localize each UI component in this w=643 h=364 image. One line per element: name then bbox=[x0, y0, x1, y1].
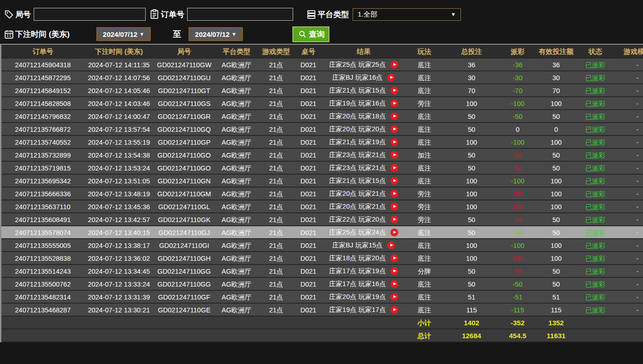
table-row[interactable]: 240712145796832 2024-07-12 14:00:47 GD02… bbox=[1, 110, 643, 123]
cell-valid-bet: 51 bbox=[536, 291, 576, 304]
cell-payout: 50 bbox=[499, 162, 536, 175]
table-row[interactable]: 240712135732899 2024-07-12 13:54:38 GD02… bbox=[1, 149, 643, 162]
play-icon[interactable]: ▶ bbox=[390, 229, 398, 236]
play-icon[interactable]: ▶ bbox=[390, 203, 398, 211]
cell-bet-time: 2024-07-12 13:34:45 bbox=[84, 265, 153, 278]
play-icon[interactable]: ▶ bbox=[390, 216, 398, 223]
play-icon[interactable]: ▶ bbox=[390, 100, 398, 107]
query-button[interactable]: 查询 bbox=[293, 27, 329, 42]
play-icon[interactable]: ▶ bbox=[390, 254, 398, 262]
cell-payout: -100 bbox=[499, 136, 536, 149]
cell-game-type: 21点 bbox=[258, 59, 294, 71]
cell-payout: -100 bbox=[499, 97, 536, 110]
cell-platform: AG欧洲厅 bbox=[215, 162, 258, 175]
play-icon[interactable]: ▶ bbox=[390, 151, 398, 159]
play-icon[interactable]: ▶ bbox=[390, 293, 398, 301]
cell-valid-bet: 115 bbox=[536, 304, 576, 317]
cell-status: 已派彩 bbox=[576, 265, 614, 278]
table-row[interactable]: 240712135666336 2024-07-12 13:48:19 GD02… bbox=[1, 188, 643, 200]
order-no-input[interactable] bbox=[187, 8, 293, 21]
table-row[interactable]: 240712135555005 2024-07-12 13:38:17 GD02… bbox=[1, 239, 643, 252]
cell-status: 已派彩 bbox=[576, 110, 614, 123]
date-to-select[interactable]: 2024/07/12 ▼ bbox=[189, 27, 243, 41]
result-text: 庄家18点 玩家20点 bbox=[329, 252, 386, 264]
col-table-no: 桌号 bbox=[294, 45, 323, 59]
table-row[interactable]: 240712135578074 2024-07-12 13:40:15 GD02… bbox=[1, 226, 643, 239]
play-icon[interactable]: ▶ bbox=[390, 125, 398, 133]
total-bet: 12684 bbox=[444, 329, 499, 342]
table-row[interactable]: 240712135695342 2024-07-12 13:51:05 GD02… bbox=[1, 175, 643, 188]
table-row[interactable]: 240712135528838 2024-07-12 13:36:02 GD02… bbox=[1, 252, 643, 265]
cell-method: 旁注 bbox=[405, 188, 444, 200]
table-row[interactable]: 240712135514243 2024-07-12 13:34:45 GD02… bbox=[1, 265, 643, 278]
cell-table-no: D021 bbox=[294, 213, 323, 226]
table-row[interactable]: 240712135500762 2024-07-12 13:33:24 GD02… bbox=[1, 278, 643, 291]
query-button-label: 查询 bbox=[309, 29, 324, 40]
play-icon[interactable]: ▶ bbox=[390, 267, 398, 275]
cell-bet-time: 2024-07-12 13:36:02 bbox=[84, 252, 153, 265]
cell-game-no: GD021247110GE bbox=[153, 304, 215, 317]
cell-game-mode: - bbox=[614, 59, 643, 71]
bet-records-table: 订单号 下注时间 (美东) 局号 平台类型 游戏类型 桌号 结果 玩法 总投注 … bbox=[0, 44, 643, 342]
cell-table-no: D021 bbox=[294, 97, 323, 110]
cell-bet-total: 51 bbox=[444, 291, 499, 304]
result-text: 庄家20点 玩家19点 bbox=[329, 291, 386, 303]
cell-result: 庄家20点 玩家20点 ▶ bbox=[323, 123, 405, 136]
platform-type-select[interactable]: 1.全部 ▼ bbox=[353, 8, 461, 21]
cell-order-no: 240712135500762 bbox=[1, 278, 84, 291]
play-icon[interactable]: ▶ bbox=[390, 112, 398, 120]
cell-bet-time: 2024-07-12 14:05:46 bbox=[84, 84, 153, 97]
cell-order-no: 240712135528838 bbox=[1, 252, 84, 265]
cell-table-no: D021 bbox=[294, 226, 323, 239]
cell-game-mode: - bbox=[614, 200, 643, 213]
cell-status: 已派彩 bbox=[576, 304, 614, 317]
cell-status: 已派彩 bbox=[576, 149, 614, 162]
cell-method: 底注 bbox=[405, 136, 444, 149]
cell-result: 庄家18点 玩家20点 ▶ bbox=[323, 252, 405, 265]
cell-payout: 50 bbox=[499, 265, 536, 278]
cell-result: 庄家19点 玩家16点 ▶ bbox=[323, 97, 405, 110]
cell-order-no: 240712135608491 bbox=[1, 213, 84, 226]
cell-bet-time: 2024-07-12 13:45:36 bbox=[84, 200, 153, 213]
cell-game-type: 21点 bbox=[258, 175, 294, 188]
play-icon[interactable]: ▶ bbox=[390, 190, 398, 198]
play-icon[interactable]: ▶ bbox=[390, 61, 398, 69]
table-row[interactable]: 240712135719815 2024-07-12 13:53:24 GD02… bbox=[1, 162, 643, 175]
chevron-down-icon: ▼ bbox=[451, 12, 456, 17]
col-bet-time: 下注时间 (美东) bbox=[84, 45, 153, 59]
play-icon[interactable]: ▶ bbox=[387, 74, 395, 82]
play-icon[interactable]: ▶ bbox=[390, 164, 398, 172]
table-row[interactable]: 240712135608491 2024-07-12 13:42:57 GD02… bbox=[1, 213, 643, 226]
cell-bet-time: 2024-07-12 13:48:19 bbox=[84, 188, 153, 200]
cell-platform: AG欧洲厅 bbox=[215, 136, 258, 149]
col-result: 结果 bbox=[323, 45, 405, 59]
play-icon[interactable]: ▶ bbox=[390, 177, 398, 185]
cell-payout: -30 bbox=[499, 71, 536, 84]
table-row[interactable]: 240712145904318 2024-07-12 14:11:35 GD02… bbox=[1, 59, 643, 71]
play-icon[interactable]: ▶ bbox=[390, 87, 398, 94]
table-body: 240712145904318 2024-07-12 14:11:35 GD02… bbox=[1, 59, 643, 317]
cell-table-no: D021 bbox=[294, 162, 323, 175]
table-row[interactable]: 240712145828508 2024-07-12 14:03:46 GD02… bbox=[1, 97, 643, 110]
table-row[interactable]: 240712135740552 2024-07-12 13:55:19 GD02… bbox=[1, 136, 643, 149]
play-icon[interactable]: ▶ bbox=[390, 280, 398, 288]
play-icon[interactable]: ▶ bbox=[390, 306, 398, 314]
cell-game-no: GD021247110GQ bbox=[153, 123, 215, 136]
cell-table-no: D021 bbox=[294, 110, 323, 123]
cell-game-mode: - bbox=[614, 162, 643, 175]
table-row[interactable]: 240712135766872 2024-07-12 13:57:54 GD02… bbox=[1, 123, 643, 136]
date-from-select[interactable]: 2024/07/12 ▼ bbox=[96, 27, 151, 41]
table-row[interactable]: 240712145872295 2024-07-12 14:07:56 GD02… bbox=[1, 71, 643, 84]
play-icon[interactable]: ▶ bbox=[387, 241, 395, 249]
cell-result: 庄家20点 玩家18点 ▶ bbox=[323, 110, 405, 123]
table-row[interactable]: 240712135482314 2024-07-12 13:31:39 GD02… bbox=[1, 291, 643, 304]
table-row[interactable]: 240712135637110 2024-07-12 13:45:36 GD02… bbox=[1, 200, 643, 213]
cell-method: 旁注 bbox=[405, 213, 444, 226]
cell-payout: 100 bbox=[499, 188, 536, 200]
table-row[interactable]: 240712135468287 2024-07-12 13:30:21 GD02… bbox=[1, 304, 643, 317]
cell-result: 庄家23点 玩家21点 ▶ bbox=[323, 149, 405, 162]
play-icon[interactable]: ▶ bbox=[390, 138, 398, 146]
game-no-input[interactable] bbox=[34, 8, 146, 21]
table-row[interactable]: 240712145849152 2024-07-12 14:05:46 GD02… bbox=[1, 84, 643, 97]
cell-payout: -70 bbox=[499, 84, 536, 97]
